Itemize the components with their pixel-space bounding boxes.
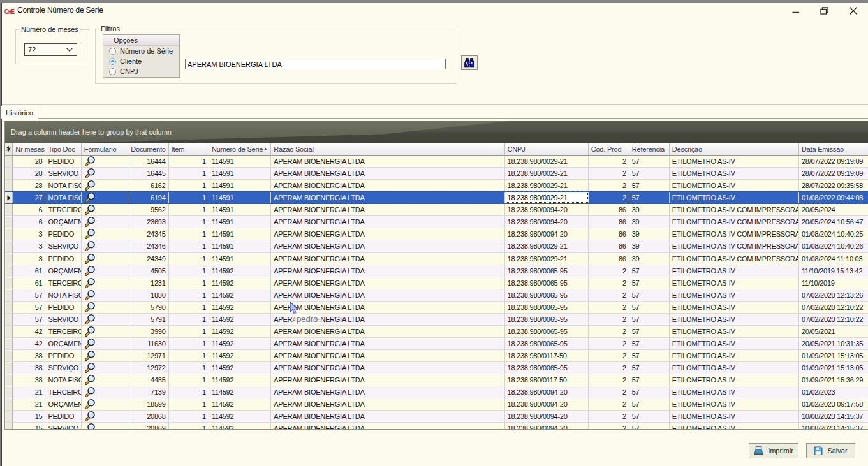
cell-formulario[interactable]: [82, 398, 129, 410]
cell-numero_serie[interactable]: 114591: [209, 180, 271, 191]
cell-referencia[interactable]: 57: [629, 326, 670, 337]
cell-cnpj[interactable]: 18.238.980/0029-21: [505, 180, 589, 191]
table-row[interactable]: 3PEDIDO243451114591APERAM BIOENERGIA LTD…: [5, 228, 868, 240]
cell-razao_social[interactable]: APERAM BIOENERGIA LTDA: [271, 326, 504, 337]
table-row[interactable]: 6TERCEIROS95621114591APERAM BIOENERGIA L…: [5, 204, 868, 216]
cell-cnpj[interactable]: 18.238.980/0065-95: [505, 302, 589, 313]
cell-descricao[interactable]: ETILOMETRO AS-IV: [670, 350, 799, 361]
group-by-panel[interactable]: Drag a column header here to group by th…: [5, 121, 868, 143]
cell-razao_social[interactable]: APERAM BIOENERGIA LTDA: [271, 253, 504, 265]
cell-documento[interactable]: 12972: [128, 362, 168, 374]
cell-cnpj[interactable]: 18.238.980/0029-21: [505, 156, 589, 167]
cell-formulario[interactable]: [82, 253, 129, 265]
cell-data_emissao[interactable]: 07/02/2020 12:10:22: [799, 302, 868, 313]
cell-nr_meses[interactable]: 28: [13, 180, 45, 191]
cell-tipo_doc[interactable]: ORÇAMENTO: [45, 216, 81, 228]
table-row[interactable]: 57SERVIÇO57911114592APERAM BIOENERGIA LT…: [5, 314, 868, 326]
cell-referencia[interactable]: 57: [629, 314, 670, 325]
cell-formulario[interactable]: [82, 423, 129, 430]
cell-formulario[interactable]: [82, 338, 129, 349]
cell-documento[interactable]: 9562: [128, 204, 168, 215]
cell-numero_serie[interactable]: 114592: [209, 289, 271, 301]
cell-data_emissao[interactable]: 01/08/2024 11:10:03: [799, 253, 868, 265]
cell-referencia[interactable]: 39: [629, 240, 670, 252]
cell-descricao[interactable]: ETILOMETRO AS-IV: [670, 265, 799, 277]
cell-descricao[interactable]: ETILOMETRO AS-IV: [670, 386, 799, 398]
cell-referencia[interactable]: 57: [629, 411, 670, 422]
cell-tipo_doc[interactable]: SERVIÇO: [45, 314, 81, 325]
cell-referencia[interactable]: 57: [629, 156, 670, 167]
table-row[interactable]: 38SERVIÇO129721114592APERAM BIOENERGIA L…: [5, 362, 868, 374]
close-button[interactable]: [846, 5, 860, 17]
cell-cnpj[interactable]: 18.238.980/0065-95: [505, 265, 589, 277]
cell-data_emissao[interactable]: 07/02/2020 12:13:26: [799, 289, 868, 301]
cell-numero_serie[interactable]: 114592: [209, 423, 271, 430]
cell-cnpj[interactable]: 18.238.980/0065-95: [505, 289, 589, 301]
cell-descricao[interactable]: ETILOMETRO AS-IV: [670, 156, 799, 167]
search-button[interactable]: [461, 55, 478, 70]
cell-tipo_doc[interactable]: TERCEIROS: [45, 386, 81, 398]
cell-documento[interactable]: 1880: [128, 289, 168, 301]
cell-cnpj[interactable]: 18.238.980/0029-21: [505, 253, 589, 265]
cell-tipo_doc[interactable]: SERVIÇO: [45, 168, 81, 179]
cell-referencia[interactable]: 57: [629, 350, 670, 361]
cell-razao_social[interactable]: APERAM BIOENERGIA LTDA: [271, 277, 504, 289]
cell-numero_serie[interactable]: 114592: [209, 314, 271, 325]
filter-option-1[interactable]: Cliente: [103, 56, 179, 66]
cell-cod_prod[interactable]: 86: [589, 228, 629, 240]
cell-nr_meses[interactable]: 6: [13, 204, 45, 215]
cell-item[interactable]: 1: [169, 240, 209, 252]
cell-formulario[interactable]: [82, 204, 129, 215]
cell-nr_meses[interactable]: 57: [13, 314, 45, 325]
cell-cod_prod[interactable]: 2: [589, 289, 629, 301]
cell-cnpj[interactable]: 18.238.980/0094-20: [505, 386, 589, 398]
cell-formulario[interactable]: [82, 411, 129, 422]
cell-documento[interactable]: 24346: [128, 240, 168, 252]
cell-tipo_doc[interactable]: ORÇAMENTO: [45, 338, 81, 349]
cell-documento[interactable]: 5790: [128, 302, 168, 313]
cell-referencia[interactable]: 39: [629, 216, 670, 228]
cell-documento[interactable]: 6162: [128, 180, 168, 191]
filter-option-0[interactable]: Número de Série: [103, 46, 179, 56]
cell-item[interactable]: 1: [169, 338, 209, 349]
cell-documento[interactable]: 11630: [128, 338, 168, 349]
cell-numero_serie[interactable]: 114591: [209, 168, 271, 179]
cell-numero_serie[interactable]: 114591: [209, 216, 271, 228]
cell-razao_social[interactable]: APERAM BIOENERGIA LTDA: [271, 302, 504, 313]
cell-razao_social[interactable]: APERAM BIOENERGIA LTDA: [271, 411, 504, 422]
cell-nr_meses[interactable]: 61: [13, 265, 45, 277]
cell-cod_prod[interactable]: 2: [589, 326, 629, 337]
cell-tipo_doc[interactable]: NOTA FISCAL: [45, 180, 81, 191]
cell-nr_meses[interactable]: 6: [13, 216, 45, 228]
cell-item[interactable]: 1: [169, 350, 209, 361]
cell-razao_social[interactable]: APERAM BIOENERGIA LTDA: [271, 228, 504, 240]
cell-formulario[interactable]: [82, 180, 129, 191]
cell-referencia[interactable]: 39: [629, 253, 670, 265]
cell-item[interactable]: 1: [169, 374, 209, 386]
cell-descricao[interactable]: ETILOMETRO AS-IV: [670, 411, 799, 422]
cell-formulario[interactable]: [82, 156, 129, 167]
cell-formulario[interactable]: [82, 386, 129, 398]
cell-descricao[interactable]: ETILOMETRO AS-IV COM IMPRESSORA TERMICA: [670, 240, 799, 252]
table-row[interactable]: 61TERCEIROS12311114592APERAM BIOENERGIA …: [5, 277, 868, 289]
cell-formulario[interactable]: [82, 265, 129, 277]
cell-item[interactable]: 1: [169, 265, 209, 277]
cell-cod_prod[interactable]: 2: [589, 338, 629, 349]
cell-item[interactable]: 1: [169, 423, 209, 430]
tab-historico[interactable]: Histórico: [1, 106, 38, 119]
column-header-numero_serie[interactable]: Numero de Serie▲: [209, 143, 271, 156]
table-row[interactable]: 6ORÇAMENTO236931114591APERAM BIOENERGIA …: [5, 216, 868, 228]
cell-documento[interactable]: 23693: [128, 216, 168, 228]
cell-descricao[interactable]: ETILOMETRO AS-IV: [670, 374, 799, 386]
cell-item[interactable]: 1: [169, 277, 209, 289]
cell-documento[interactable]: 6194: [128, 192, 168, 203]
cell-referencia[interactable]: 57: [629, 168, 670, 179]
cell-item[interactable]: 1: [169, 156, 209, 167]
cell-nr_meses[interactable]: 38: [13, 374, 45, 386]
cell-nr_meses[interactable]: 57: [13, 289, 45, 301]
column-header-formulario[interactable]: Formulario: [82, 143, 129, 156]
cell-cnpj[interactable]: 18.238.980/0094-20: [505, 216, 589, 228]
cell-tipo_doc[interactable]: PEDIDO: [45, 411, 81, 422]
cell-cnpj[interactable]: 18.238.980/0065-95: [505, 362, 589, 374]
cell-cod_prod[interactable]: 2: [589, 192, 629, 203]
